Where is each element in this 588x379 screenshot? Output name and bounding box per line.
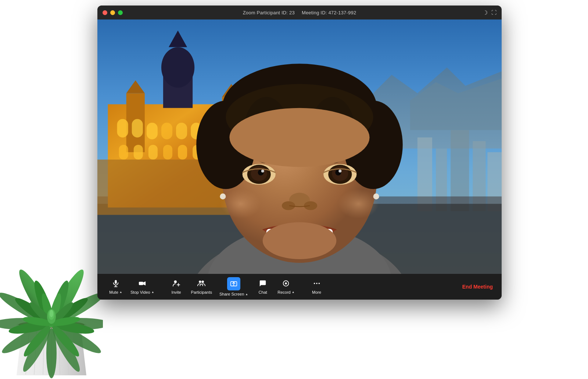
participant-id: Zoom Participant ID: 23 — [243, 10, 295, 15]
svg-point-107 — [304, 201, 317, 210]
end-meeting-button[interactable]: End Meeting — [461, 282, 494, 292]
svg-rect-67 — [148, 145, 158, 160]
minimize-button[interactable] — [110, 10, 115, 15]
mute-button[interactable]: Mute ▲ — [105, 277, 127, 297]
svg-point-128 — [202, 280, 204, 283]
svg-point-118 — [263, 222, 337, 259]
svg-rect-59 — [161, 123, 172, 139]
svg-point-124 — [174, 280, 176, 283]
stop-video-label: Stop Video ▲ — [130, 290, 154, 294]
plant-decoration — [0, 140, 103, 379]
more-icon — [313, 279, 321, 289]
share-screen-icon — [227, 277, 240, 290]
svg-rect-119 — [115, 280, 117, 283]
stop-video-chevron: ▲ — [151, 290, 154, 294]
svg-point-135 — [318, 283, 320, 284]
svg-point-116 — [220, 189, 261, 218]
svg-rect-69 — [178, 145, 187, 160]
chat-icon — [259, 279, 267, 289]
stop-video-button[interactable]: Stop Video ▲ — [127, 277, 158, 297]
title-bar: Zoom Participant ID: 23 Meeting ID: 472-… — [97, 6, 502, 19]
microphone-icon — [112, 279, 120, 289]
toolbar: Mute ▲ Stop Video ▲ — [97, 274, 502, 300]
mute-label: Mute ▲ — [109, 290, 122, 294]
record-button[interactable]: Record ▲ — [274, 277, 298, 297]
invite-icon — [172, 279, 180, 289]
more-label: More — [312, 290, 321, 294]
participants-icon — [197, 279, 205, 289]
svg-point-132 — [285, 282, 287, 285]
svg-rect-66 — [134, 145, 143, 160]
svg-point-37 — [50, 310, 53, 317]
share-screen-button[interactable]: Share Screen ▲ — [216, 275, 252, 298]
fullscreen-icon[interactable]: ⛶ — [491, 10, 496, 15]
svg-marker-123 — [143, 281, 146, 285]
record-label: Record ▲ — [277, 290, 294, 294]
video-camera-icon — [138, 279, 146, 289]
mute-chevron: ▲ — [119, 290, 122, 294]
meeting-id: Meeting ID: 472-137-992 — [302, 10, 356, 15]
maximize-button[interactable] — [118, 10, 123, 15]
svg-point-106 — [282, 201, 295, 210]
background-scene — [97, 19, 502, 274]
invite-button[interactable]: Invite — [165, 277, 187, 297]
svg-point-127 — [199, 280, 201, 283]
svg-point-99 — [261, 169, 264, 172]
window-controls — [103, 10, 123, 15]
svg-rect-57 — [132, 119, 143, 137]
svg-point-134 — [316, 283, 318, 284]
svg-point-117 — [338, 189, 379, 218]
participants-label: Participants — [191, 290, 212, 294]
svg-point-104 — [338, 169, 341, 172]
share-screen-chevron: ▲ — [245, 293, 248, 296]
svg-rect-56 — [117, 119, 128, 137]
svg-point-20 — [46, 328, 57, 378]
record-icon — [282, 279, 290, 289]
svg-point-94 — [229, 108, 369, 167]
svg-rect-68 — [163, 145, 172, 160]
svg-point-50 — [161, 47, 194, 87]
share-screen-label: Share Screen ▲ — [219, 292, 248, 296]
svg-rect-122 — [139, 282, 143, 285]
chat-label: Chat — [259, 290, 267, 294]
zoom-window: Zoom Participant ID: 23 Meeting ID: 472-… — [97, 6, 502, 300]
invite-label: Invite — [171, 290, 181, 294]
video-area — [97, 19, 502, 274]
chat-button[interactable]: Chat — [252, 277, 274, 297]
svg-rect-60 — [176, 123, 187, 139]
more-button[interactable]: More — [306, 277, 328, 297]
moon-icon[interactable]: ☽ — [483, 9, 488, 16]
participants-button[interactable]: Participants — [187, 277, 216, 297]
close-button[interactable] — [103, 10, 107, 15]
window-title: Zoom Participant ID: 23 Meeting ID: 472-… — [243, 10, 356, 15]
title-right-controls: ☽ ⛶ — [483, 9, 496, 16]
record-chevron: ▲ — [292, 290, 295, 294]
svg-point-133 — [313, 283, 315, 284]
svg-rect-65 — [119, 145, 128, 160]
svg-rect-58 — [147, 123, 158, 139]
